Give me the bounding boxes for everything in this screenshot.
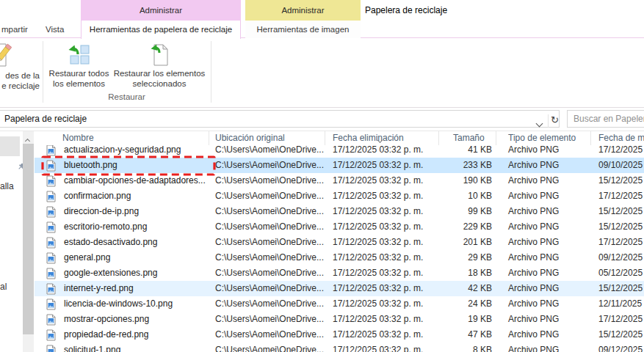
file-type: Archivo PNG (496, 188, 591, 204)
file-location: C:\Users\Aomei\OneDrive... (209, 219, 325, 235)
restore-all-icon (68, 43, 91, 67)
file-size: 233 KB (439, 158, 496, 173)
column-header-ubicacion[interactable]: Ubicación original (209, 131, 325, 145)
scrollbar-thumb[interactable] (23, 144, 34, 334)
table-row[interactable]: direccion-de-ip.png C:\Users\Aomei\OneDr… (35, 204, 644, 219)
file-deleted-date: 17/12/2025 03:32 p. m. (325, 281, 439, 296)
file-size: 47 KB (439, 327, 496, 342)
file-name: solicitud-1.png (64, 342, 120, 352)
file-modified-date: 15/12/2025 0 (591, 281, 644, 296)
main-content: alla al Nombre Ubicación original Fecha … (0, 131, 644, 352)
file-location: C:\Users\Aomei\OneDrive... (209, 265, 325, 281)
file-size: 42 KB (439, 281, 496, 296)
table-row[interactable]: solicitud-1.png C:\Users\Aomei\OneDrive.… (35, 342, 644, 352)
file-modified-date: 09/12/2025 0 (591, 342, 644, 352)
file-modified-date: 15/12/2025 0 (591, 173, 644, 188)
contextual-group-label: Administrar (281, 6, 324, 15)
file-modified-date: 09/12/2025 0 (591, 250, 644, 265)
search-placeholder: Buscar en Papelera de reciclaje (574, 111, 644, 127)
file-modified-date: 15/12/2025 0 (591, 219, 644, 235)
file-type: Archivo PNG (496, 204, 591, 219)
table-row[interactable]: escritorio-remoto.png C:\Users\Aomei\One… (35, 219, 644, 235)
button-label: seleccionados (112, 78, 206, 89)
file-location: C:\Users\Aomei\OneDrive... (209, 188, 325, 204)
nav-scrollbar[interactable] (23, 131, 34, 352)
file-modified-date: 15/12/2025 0 (591, 327, 644, 342)
file-name: direccion-de-ip.png (64, 204, 139, 219)
file-deleted-date: 17/12/2025 03:32 p. m. (325, 188, 439, 204)
chevron-down-icon[interactable] (537, 118, 542, 128)
address-bar[interactable]: Papelera de reciclaje ↻ (0, 110, 560, 128)
button-label-fragment: e reciclaje (0, 81, 40, 91)
tab-image-tools[interactable]: Herramientas de imagen (245, 21, 361, 38)
file-type: Archivo PNG (496, 219, 591, 235)
file-modified-date: 17/12/2025 0 (591, 188, 644, 204)
file-list: Nombre Ubicación original Fecha eliminac… (35, 131, 644, 352)
file-deleted-date: 17/12/2025 03:32 p. m. (325, 204, 439, 219)
button-label: Restaurar los elementos (112, 68, 206, 78)
column-header-nombre[interactable]: Nombre (35, 131, 209, 145)
file-location: C:\Users\Aomei\OneDrive... (209, 342, 325, 352)
file-deleted-date: 17/12/2025 03:32 p. m. (325, 265, 439, 281)
file-name: internet-y-red.png (64, 281, 134, 296)
file-type: Archivo PNG (496, 235, 591, 250)
file-type: Archivo PNG (496, 173, 591, 188)
image-file-icon (46, 191, 56, 202)
file-location: C:\Users\Aomei\OneDrive... (209, 173, 325, 188)
file-size: 201 KB (439, 235, 496, 250)
column-header-tipo[interactable]: Tipo de elemento (496, 131, 591, 145)
file-type: Archivo PNG (496, 250, 591, 265)
tab-vista[interactable]: Vista (46, 21, 64, 38)
nav-item-highlight[interactable] (0, 136, 20, 156)
file-location: C:\Users\Aomei\OneDrive... (209, 296, 325, 312)
image-file-icon (46, 175, 56, 187)
file-type: Archivo PNG (496, 342, 591, 352)
tab-compartir-fragment[interactable]: mpartir (1, 21, 28, 38)
file-deleted-date: 17/12/2025 03:32 p. m. (325, 250, 439, 265)
table-row-hovered[interactable]: internet-y-red.png C:\Users\Aomei\OneDri… (35, 281, 644, 296)
file-location: C:\Users\Aomei\OneDrive... (209, 327, 325, 342)
file-modified-date: 09/10/2025 0 (591, 158, 644, 173)
file-size: 18 KB (439, 265, 496, 281)
image-file-icon (46, 237, 56, 249)
table-row[interactable]: google-extensiones.png C:\Users\Aomei\On… (35, 265, 644, 281)
recycle-bin-properties-button[interactable]: des de la e reciclaje (0, 40, 41, 104)
column-header-tamano[interactable]: Tamaño (439, 131, 496, 145)
file-size: 99 KB (439, 204, 496, 219)
table-row[interactable]: general.png C:\Users\Aomei\OneDrive... 1… (35, 250, 644, 265)
file-name: mostrar-opciones.png (64, 312, 149, 327)
file-deleted-date: 17/12/2025 03:32 p. m. (325, 296, 439, 312)
file-type: Archivo PNG (496, 281, 591, 296)
address-bar-value: Papelera de reciclaje (4, 111, 87, 127)
refresh-icon[interactable]: ↻ (551, 112, 559, 128)
image-file-icon (46, 329, 56, 341)
image-file-icon (46, 160, 56, 172)
file-deleted-date: 17/12/2025 03:32 p. m. (325, 312, 439, 327)
file-name: general.png (64, 250, 110, 265)
table-row-selected[interactable]: bluetooth.png C:\Users\Aomei\OneDrive...… (35, 158, 644, 173)
file-name: licencia-de-windows-10.png (64, 296, 173, 312)
file-type: Archivo PNG (496, 312, 591, 327)
nav-item-fragment[interactable]: alla (0, 181, 14, 191)
file-location: C:\Users\Aomei\OneDrive... (209, 281, 325, 296)
search-input[interactable]: Buscar en Papelera de reciclaje (567, 110, 644, 128)
file-size: 24 KB (439, 296, 496, 312)
tab-recycle-bin-tools[interactable]: Herramientas de papelera de reciclaje (81, 21, 241, 39)
ribbon-group-divider (211, 41, 211, 103)
table-row[interactable]: licencia-de-windows-10.png C:\Users\Aome… (35, 296, 644, 312)
file-deleted-date: 17/12/2025 03:32 p. m. (325, 219, 439, 235)
table-row[interactable]: cambiar-opciones-de-adaptadores... C:\Us… (35, 173, 644, 188)
column-header-fecha-modificacion[interactable]: Fecha de modificación (591, 131, 644, 145)
nav-item-fragment[interactable]: al (0, 282, 7, 292)
file-type: Archivo PNG (496, 158, 591, 173)
table-row[interactable]: estado-desactivado.png C:\Users\Aomei\On… (35, 235, 644, 250)
contextual-group-image-tools: Administrar (245, 0, 361, 21)
file-modified-date: 17/12/2025 0 (591, 312, 644, 327)
table-row[interactable]: mostrar-opciones.png C:\Users\Aomei\OneD… (35, 312, 644, 327)
image-file-icon (46, 345, 56, 352)
image-file-icon (46, 252, 56, 264)
file-modified-date: 05/12/2025 0 (591, 265, 644, 281)
column-header-fecha-eliminacion[interactable]: Fecha eliminación (325, 131, 439, 145)
table-row[interactable]: propiedad-de-red.png C:\Users\Aomei\OneD… (35, 327, 644, 342)
table-row[interactable]: confirmacion.png C:\Users\Aomei\OneDrive… (35, 188, 644, 204)
